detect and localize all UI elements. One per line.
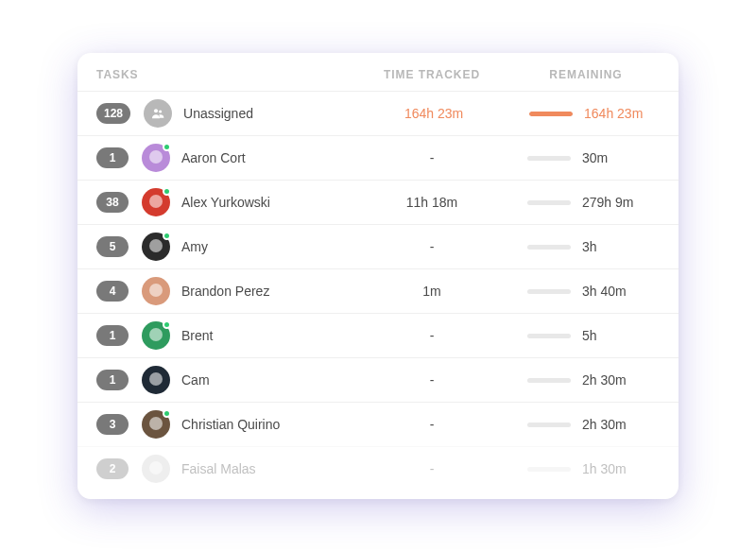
task-count-badge: 1 — [96, 325, 129, 346]
presence-indicator — [163, 232, 171, 240]
table-body: 128Unassigned164h 23m164h 23m1Aaron Cort… — [77, 91, 679, 491]
remaining-cell: 1h 30m — [512, 461, 660, 476]
avatar[interactable] — [142, 233, 170, 261]
remaining-cell: 164h 23m — [514, 106, 660, 121]
assignee-name: Cam — [181, 372, 352, 388]
task-count-badge: 2 — [96, 458, 129, 479]
remaining-cell: 5h — [512, 328, 660, 343]
table-row[interactable]: 2Faisal Malas-1h 30m — [77, 446, 679, 491]
header-remaining: REMAINING — [512, 68, 660, 81]
table-row[interactable]: 38Alex Yurkowski11h 18m279h 9m — [77, 180, 679, 224]
remaining-cell: 3h — [512, 239, 660, 254]
table-row[interactable]: 5Amy-3h — [77, 224, 679, 268]
avatar[interactable] — [142, 277, 170, 305]
table-row[interactable]: 1Cam-2h 30m — [77, 357, 679, 402]
presence-indicator — [163, 187, 171, 196]
remaining-value: 5h — [582, 328, 597, 343]
time-tracked-value: - — [352, 239, 512, 254]
progress-bar — [527, 334, 571, 338]
progress-bar — [527, 245, 571, 250]
remaining-cell: 2h 30m — [512, 372, 660, 388]
task-count-badge: 4 — [96, 281, 129, 302]
assignee-name: Brent — [181, 328, 352, 343]
assignee-name: Alex Yurkowski — [181, 195, 352, 210]
avatar[interactable] — [144, 99, 172, 128]
task-count-badge: 1 — [96, 370, 129, 390]
table-row[interactable]: 4Brandon Perez1m3h 40m — [77, 268, 679, 313]
avatar[interactable] — [142, 366, 170, 394]
remaining-cell: 3h 40m — [512, 284, 660, 299]
avatar[interactable] — [142, 321, 170, 350]
table-row[interactable]: 1Brent-5h — [77, 313, 679, 357]
svg-point-1 — [159, 110, 162, 112]
time-tracked-value: - — [352, 372, 512, 388]
remaining-cell: 279h 9m — [512, 195, 660, 210]
avatar[interactable] — [142, 410, 170, 439]
task-count-badge: 38 — [96, 192, 129, 213]
header-tasks: TASKS — [96, 68, 352, 81]
progress-bar — [527, 423, 571, 427]
time-tracked-value: 164h 23m — [353, 106, 514, 121]
remaining-value: 3h 40m — [582, 284, 627, 299]
table-header: TASKS TIME TRACKED REMAINING — [77, 53, 679, 91]
assignee-name: Aaron Cort — [181, 150, 352, 165]
task-count-badge: 3 — [96, 414, 129, 435]
remaining-cell: 30m — [512, 150, 660, 165]
progress-bar — [527, 156, 571, 161]
time-tracked-value: 11h 18m — [352, 195, 512, 210]
task-count-badge: 1 — [96, 147, 129, 168]
remaining-value: 279h 9m — [582, 195, 633, 210]
table-row[interactable]: 1Aaron Cort-30m — [77, 135, 679, 180]
time-tracked-value: - — [352, 150, 512, 165]
remaining-value: 30m — [582, 150, 608, 165]
remaining-value: 2h 30m — [582, 417, 627, 432]
svg-point-0 — [154, 109, 158, 112]
progress-bar — [527, 200, 571, 205]
progress-bar — [529, 112, 573, 116]
time-tracked-value: - — [352, 328, 512, 343]
remaining-value: 3h — [582, 239, 597, 254]
table-row[interactable]: 128Unassigned164h 23m164h 23m — [77, 91, 679, 135]
remaining-cell: 2h 30m — [512, 417, 660, 432]
assignee-name: Faisal Malas — [181, 461, 352, 476]
header-time-tracked: TIME TRACKED — [352, 68, 512, 81]
presence-indicator — [163, 320, 171, 329]
remaining-value: 1h 30m — [582, 461, 627, 476]
time-tracked-value: - — [352, 417, 512, 432]
task-count-badge: 5 — [96, 236, 129, 257]
workload-card: TASKS TIME TRACKED REMAINING 128Unassign… — [77, 53, 679, 499]
progress-bar — [527, 378, 571, 383]
presence-indicator — [163, 143, 171, 151]
assignee-name: Christian Quirino — [181, 417, 352, 432]
avatar[interactable] — [142, 455, 170, 483]
avatar[interactable] — [142, 144, 170, 172]
time-tracked-value: - — [352, 461, 512, 476]
assignee-name: Brandon Perez — [181, 284, 352, 299]
assignee-name: Amy — [181, 239, 352, 254]
time-tracked-value: 1m — [352, 284, 512, 299]
avatar[interactable] — [142, 188, 170, 216]
progress-bar — [527, 289, 571, 294]
progress-bar — [527, 467, 571, 472]
group-icon — [150, 106, 165, 121]
remaining-value: 164h 23m — [584, 106, 643, 121]
remaining-value: 2h 30m — [582, 372, 627, 388]
table-row[interactable]: 3Christian Quirino-2h 30m — [77, 402, 679, 446]
presence-indicator — [163, 409, 171, 418]
assignee-name: Unassigned — [183, 106, 353, 121]
task-count-badge: 128 — [96, 103, 130, 124]
